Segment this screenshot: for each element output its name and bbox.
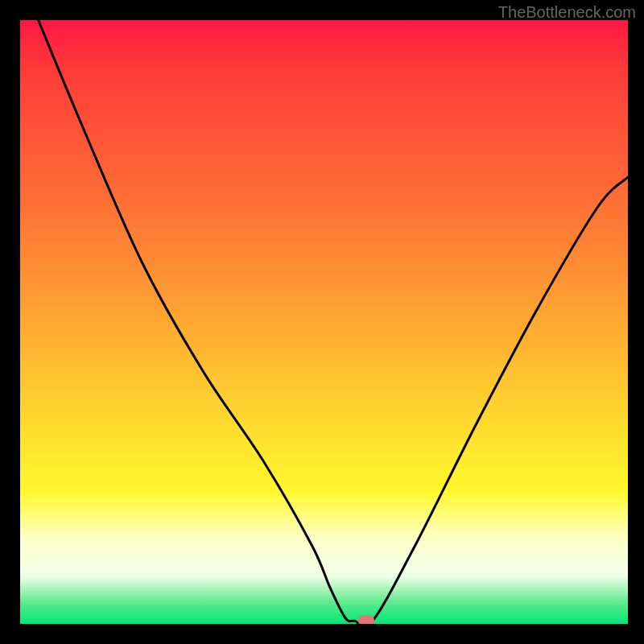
optimal-point-marker [358,616,374,624]
curve-svg [20,20,628,624]
chart-container: TheBottleneck.com [0,0,644,644]
plot-area [20,20,628,624]
bottleneck-curve [39,20,628,624]
watermark-text: TheBottleneck.com [498,3,636,22]
